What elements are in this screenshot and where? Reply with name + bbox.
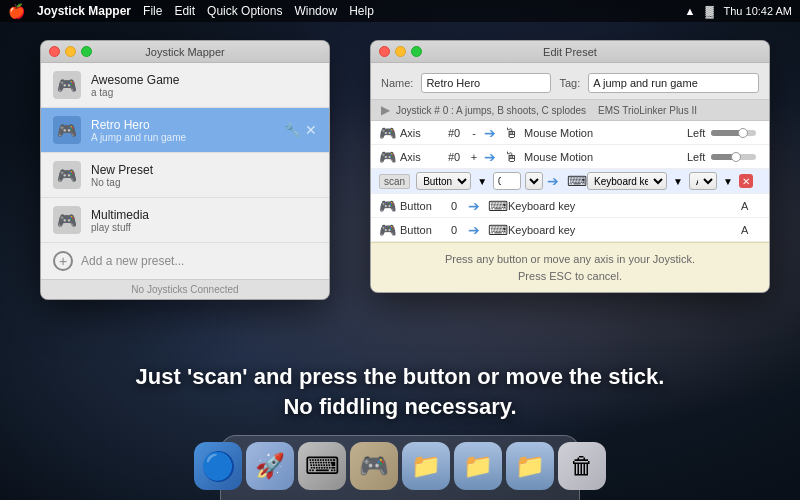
row3-key-select[interactable]: A [689,172,717,190]
ep-joystick-expand-icon[interactable]: ▶ [381,103,390,117]
preset-name-awesome-game: Awesome Game [91,73,317,87]
row5-output-icon: ⌨ [488,222,504,238]
row3-sep2: ▼ [673,176,683,187]
menubar: 🍎 Joystick Mapper File Edit Quick Option… [0,0,800,22]
preset-icon-awesome-game: 🎮 [53,71,81,99]
dock-item-folder2[interactable]: 📁 [454,442,502,490]
preset-info-awesome-game: Awesome Game a tag [91,73,317,98]
launchpad-icon: 🚀 [255,452,285,480]
keyboard-icon: ⌨ [305,452,340,480]
preset-tag-multimedia: play stuff [91,222,317,233]
row4-arrow-icon: ➔ [468,198,484,214]
table-row: 🎮 Axis #0 + ➔ 🖱 Mouse Motion Left [371,145,769,169]
add-preset-label: Add a new preset... [81,254,184,268]
row4-num: 0 [444,200,464,212]
menubar-window[interactable]: Window [294,4,337,18]
main-text-block: Just 'scan' and press the button or move… [0,364,800,420]
trash-icon: 🗑 [570,452,594,480]
ep-name-input[interactable] [421,73,551,93]
preset-info-new-preset: New Preset No tag [91,163,317,188]
menubar-app-name[interactable]: Joystick Mapper [37,4,131,18]
row1-arrow-icon: ➔ [484,125,500,141]
menubar-right: ▲ ▓ Thu 10:42 AM [685,5,792,17]
folder2-icon: 📁 [463,452,493,480]
folder3-icon: 📁 [515,452,545,480]
preset-icon-new-preset: 🎮 [53,161,81,189]
row2-output-type: Mouse Motion [524,151,683,163]
preset-item-retro-hero[interactable]: 🎮 Retro Hero A jump and run game 🔧 ✕ [41,108,329,153]
ep-scan-hint: Press any button or move any axis in you… [371,242,769,292]
ep-scan-hint-line1: Press any button or move any axis in you… [379,251,761,268]
row5-num: 0 [444,224,464,236]
preset-item-awesome-game[interactable]: 🎮 Awesome Game a tag [41,63,329,108]
apple-menu[interactable]: 🍎 [8,3,25,19]
dock-item-folder3[interactable]: 📁 [506,442,554,490]
row4-output-val: A [741,200,761,212]
ep-tag-label: Tag: [559,77,580,89]
ep-fields: Name: Tag: [381,73,759,93]
menubar-quickoptions[interactable]: Quick Options [207,4,282,18]
preset-tag-awesome-game: a tag [91,87,317,98]
main-text-line1: Just 'scan' and press the button or move… [0,364,800,390]
ep-tag-input[interactable] [588,73,759,93]
ep-joystick-info: Joystick # 0 : A jumps, B shoots, C splo… [396,105,586,116]
row3-sep3: ▼ [723,176,733,187]
row3-num-input[interactable] [493,172,521,190]
row1-slider[interactable] [711,130,761,136]
zoom-button[interactable] [81,46,92,57]
menubar-file[interactable]: File [143,4,162,18]
menubar-left: 🍎 Joystick Mapper File Edit Quick Option… [8,3,374,19]
row1-input-icon: 🎮 [379,125,396,141]
jm-status-bar: No Joysticks Connected [41,279,329,299]
dock-item-launchpad[interactable]: 🚀 [246,442,294,490]
preset-actions-retro-hero: 🔧 ✕ [284,122,317,138]
row3-output-type-select[interactable]: Keyboard key [587,172,667,190]
preset-item-new-preset[interactable]: 🎮 New Preset No tag [41,153,329,198]
dock-item-folder1[interactable]: 📁 [402,442,450,490]
battery-icon: ▓ [705,5,713,17]
preset-item-multimedia[interactable]: 🎮 Multimedia play stuff [41,198,329,243]
row2-num: #0 [444,151,464,163]
menubar-help[interactable]: Help [349,4,374,18]
ep-close-button[interactable] [379,46,390,57]
ep-joystick-device: EMS TrioLinker Plus II [598,105,697,116]
ep-zoom-button[interactable] [411,46,422,57]
dock-item-finder[interactable]: 🔵 [194,442,242,490]
row3-delete-button[interactable]: ✕ [739,174,753,188]
row5-input-icon: 🎮 [379,222,396,238]
dock-item-trash[interactable]: 🗑 [558,442,606,490]
menubar-edit[interactable]: Edit [174,4,195,18]
ep-header: Name: Tag: [371,63,769,100]
preset-info-multimedia: Multimedia play stuff [91,208,317,233]
preset-tag-new-preset: No tag [91,177,317,188]
row1-output-icon: 🖱 [504,125,520,141]
row2-slider[interactable] [711,154,761,160]
jm-window-title: Joystick Mapper [145,46,224,58]
ep-name-label: Name: [381,77,413,89]
scan-label[interactable]: scan [379,174,410,189]
row4-input-icon: 🎮 [379,198,396,214]
add-preset-row[interactable]: + Add a new preset... [41,243,329,279]
row5-type: Button [400,224,440,236]
row4-output-type: Keyboard key [508,200,737,212]
dock-item-keyboard[interactable]: ⌨ [298,442,346,490]
dock-item-joystick-mapper[interactable]: 🎮 [350,442,398,490]
wifi-icon: ▲ [685,5,696,17]
row2-input-icon: 🎮 [379,149,396,165]
preset-edit-icon[interactable]: 🔧 [284,122,301,138]
minimize-button[interactable] [65,46,76,57]
row4-output-icon: ⌨ [488,198,504,214]
row3-type-select[interactable]: Button Axis [416,172,471,190]
row2-output-icon: 🖱 [504,149,520,165]
ep-minimize-button[interactable] [395,46,406,57]
preset-icon-multimedia: 🎮 [53,206,81,234]
ep-joystick-bar: ▶ Joystick # 0 : A jumps, B shoots, C sp… [371,100,769,121]
preset-name-retro-hero: Retro Hero [91,118,274,132]
row3-sign-select[interactable]: ▼ [525,172,543,190]
clock-display: Thu 10:42 AM [724,5,793,17]
preset-delete-icon[interactable]: ✕ [305,122,317,138]
close-button[interactable] [49,46,60,57]
table-row: 🎮 Axis #0 - ➔ 🖱 Mouse Motion Left [371,121,769,145]
finder-icon: 🔵 [201,450,236,483]
jm-status-text: No Joysticks Connected [131,284,238,295]
